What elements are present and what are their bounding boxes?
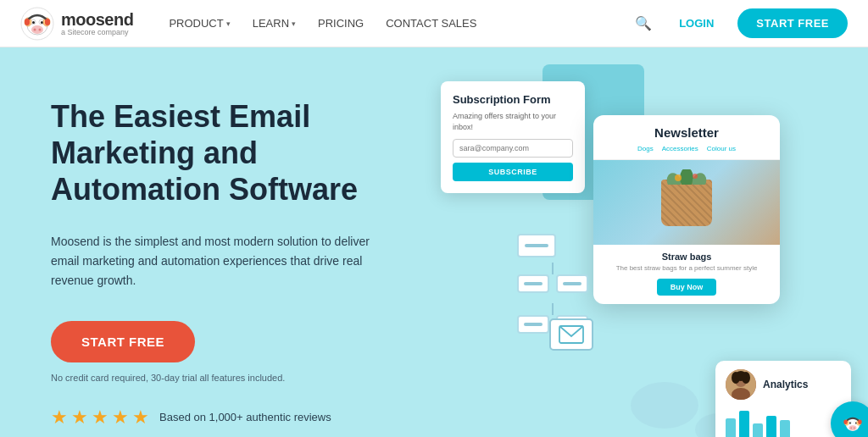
svg-point-28 bbox=[850, 427, 852, 429]
newsletter-product-image bbox=[593, 160, 780, 245]
svg-point-4 bbox=[39, 28, 42, 30]
flow-box-1 bbox=[517, 234, 556, 257]
svg-point-32 bbox=[849, 422, 851, 423]
hero-section: The Easiest Email Marketing and Automati… bbox=[0, 47, 868, 437]
nav-contact-sales[interactable]: CONTACT SALES bbox=[377, 12, 485, 35]
nav-right: 🔍 LOGIN START FREE bbox=[632, 8, 848, 38]
hero-description: Moosend is the simplest and most modern … bbox=[51, 232, 373, 290]
star-2: ★ bbox=[71, 407, 88, 429]
star-3: ★ bbox=[92, 407, 108, 429]
bar-5 bbox=[780, 420, 790, 437]
analytics-header: Analytics bbox=[726, 369, 841, 400]
flow-box-2a bbox=[517, 274, 549, 293]
avatar-svg bbox=[726, 369, 756, 400]
logo-tagline: a Sitecore company bbox=[61, 29, 133, 37]
hero-cta-button[interactable]: START FREE bbox=[51, 321, 195, 362]
newsletter-footer: Straw bags The best straw bags for a per… bbox=[593, 245, 780, 304]
bar-2 bbox=[739, 411, 749, 437]
svg-point-27 bbox=[849, 425, 857, 430]
basket-illustration bbox=[661, 180, 712, 226]
svg-point-24 bbox=[735, 371, 747, 381]
logo[interactable]: moosend a Sitecore company bbox=[20, 7, 133, 41]
svg-point-17 bbox=[693, 174, 698, 179]
start-free-nav-button[interactable]: START FREE bbox=[737, 8, 848, 38]
svg-point-14 bbox=[680, 169, 693, 185]
reviews-row: ★ ★ ★ ★ ★ Based on 1,000+ authentic revi… bbox=[51, 407, 373, 429]
flow-line-1 bbox=[552, 263, 554, 274]
svg-rect-36 bbox=[843, 419, 847, 423]
newsletter-tabs: Dogs Accessories Colour us bbox=[605, 145, 768, 152]
flow-box-2b bbox=[556, 274, 588, 293]
hero-left: The Easiest Email Marketing and Automati… bbox=[0, 47, 407, 437]
product-name: Straw bags bbox=[605, 252, 768, 262]
analytics-title: Analytics bbox=[763, 379, 808, 390]
navbar: moosend a Sitecore company PRODUCT ▾ LEA… bbox=[0, 0, 868, 47]
mascot-icon bbox=[839, 410, 866, 437]
flow-box-3a bbox=[517, 315, 549, 334]
flow-line-2 bbox=[552, 303, 554, 315]
hero-title: The Easiest Email Marketing and Automati… bbox=[51, 98, 373, 208]
svg-point-16 bbox=[675, 174, 682, 181]
bar-4 bbox=[766, 416, 776, 437]
email-icon bbox=[559, 325, 584, 344]
bar-3 bbox=[753, 423, 763, 437]
svg-rect-11 bbox=[25, 19, 30, 25]
svg-point-2 bbox=[31, 25, 43, 34]
svg-point-3 bbox=[34, 28, 36, 30]
buy-now-button[interactable]: Buy Now bbox=[657, 279, 717, 296]
deco-blob-1 bbox=[631, 382, 698, 429]
tab-colour-us[interactable]: Colour us bbox=[707, 145, 736, 152]
logo-name: moosend bbox=[61, 10, 133, 29]
product-description: The best straw bags for a perfect summer… bbox=[605, 264, 768, 272]
bar-1 bbox=[726, 418, 736, 437]
reviews-text: Based on 1,000+ authentic reviews bbox=[159, 411, 331, 423]
flowers-svg bbox=[665, 169, 708, 185]
subscription-email-input[interactable] bbox=[453, 139, 573, 158]
subscription-form-card: Subscription Form Amazing offers straigh… bbox=[441, 81, 585, 193]
chevron-down-icon: ▾ bbox=[292, 19, 296, 28]
star-4: ★ bbox=[112, 407, 129, 429]
svg-rect-37 bbox=[858, 419, 861, 423]
star-5: ★ bbox=[132, 407, 149, 429]
nav-pricing[interactable]: PRICING bbox=[309, 12, 372, 35]
star-1: ★ bbox=[51, 407, 68, 429]
hero-note: No credit card required, 30-day trial al… bbox=[51, 373, 373, 383]
tab-accessories[interactable]: Accessories bbox=[662, 145, 698, 152]
email-icon-float bbox=[549, 318, 593, 351]
svg-point-7 bbox=[32, 21, 35, 24]
login-button[interactable]: LOGIN bbox=[669, 12, 724, 35]
newsletter-header: Newsletter Dogs Accessories Colour us bbox=[593, 115, 780, 160]
chevron-down-icon: ▾ bbox=[226, 19, 231, 28]
nav-product[interactable]: PRODUCT ▾ bbox=[160, 12, 238, 35]
logo-icon bbox=[20, 7, 54, 41]
subscription-card-title: Subscription Form bbox=[453, 93, 573, 106]
svg-rect-12 bbox=[45, 19, 50, 25]
nav-links: PRODUCT ▾ LEARN ▾ PRICING CONTACT SALES bbox=[160, 12, 632, 35]
newsletter-title: Newsletter bbox=[605, 125, 768, 140]
search-icon[interactable]: 🔍 bbox=[632, 12, 655, 35]
nav-learn[interactable]: LEARN ▾ bbox=[244, 12, 304, 35]
tab-dogs[interactable]: Dogs bbox=[637, 145, 654, 152]
svg-point-29 bbox=[854, 427, 855, 429]
subscribe-button[interactable]: SUBSCRIBE bbox=[453, 163, 573, 181]
newsletter-card: Newsletter Dogs Accessories Colour us bbox=[593, 115, 780, 304]
star-rating: ★ ★ ★ ★ ★ bbox=[51, 407, 149, 429]
subscription-card-text: Amazing offers straight to your inbox! bbox=[453, 111, 573, 132]
svg-point-8 bbox=[41, 21, 43, 24]
analytics-avatar bbox=[726, 369, 756, 400]
hero-right: Subscription Form Amazing offers straigh… bbox=[407, 47, 868, 437]
analytics-bars bbox=[726, 407, 841, 437]
